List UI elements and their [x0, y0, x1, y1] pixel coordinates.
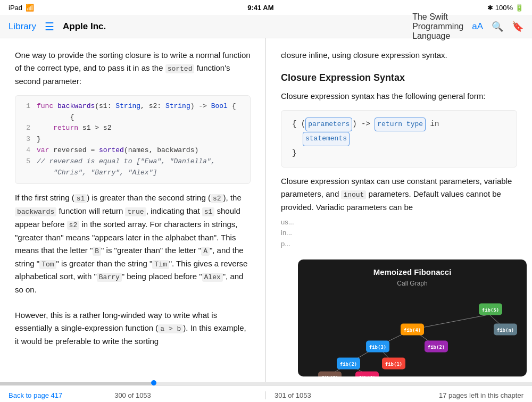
syntax-box: { (parameters) -> return type in stateme… [281, 110, 517, 168]
code-line-3: 3 } [23, 134, 243, 145]
nav-left: Library ☰ Apple Inc. [9, 20, 115, 33]
sorted-code: sorted [165, 64, 195, 73]
nav-right: The Swift Programming Language aA 🔍 🔖 [417, 12, 523, 41]
page-number-left: 300 of 1053 [114, 391, 151, 399]
intro-paragraph: One way to provide the sorting closure i… [15, 49, 251, 88]
nav-bar: Library ☰ Apple Inc. The Swift Programmi… [0, 15, 532, 38]
syntax-line-2: statements [292, 131, 506, 146]
bottom-bar: Back to page 417 300 of 1053 301 of 1053… [0, 385, 532, 402]
syntax-line-3: } [292, 146, 506, 161]
code-line-blank: { [23, 112, 243, 123]
status-right: ✱ 100% 🔋 [487, 4, 523, 12]
video-title: Memoized Fibonacci [373, 266, 452, 279]
svg-text:fib(1): fib(1) [385, 362, 403, 367]
bookmark-icon[interactable]: 🔖 [512, 21, 523, 32]
video-title-area: Memoized Fibonacci Call Graph [373, 259, 452, 291]
paragraph-4-truncated: us...in...p... [281, 217, 517, 250]
paragraph-1: If the first string (s1) is greater than… [15, 191, 251, 296]
code-line-1: 1 func backwards(s1: String, s2: String)… [23, 101, 243, 112]
svg-text:fib(2): fib(2) [340, 362, 358, 367]
left-book-title: Apple Inc. [63, 21, 106, 32]
bottom-left: Back to page 417 300 of 1053 [0, 391, 266, 399]
section-heading: Closure Expression Syntax [281, 70, 517, 86]
code-line-2: 2 return s1 > s2 [23, 123, 243, 134]
font-icon[interactable]: aA [472, 21, 483, 32]
progress-bar-container[interactable] [0, 382, 532, 385]
content-area: One way to provide the sorting closure i… [0, 38, 532, 382]
section-intro: Closure expression syntax has the follow… [281, 90, 517, 103]
status-left: iPad 📶 [9, 4, 34, 12]
right-intro: closure inline, using closure expression… [281, 49, 517, 62]
paragraph-2: However, this is a rather long-winded wa… [15, 309, 251, 348]
svg-text:fib(4): fib(4) [404, 328, 421, 333]
page-number-right: 301 of 1053 [275, 391, 311, 399]
search-icon[interactable]: 🔍 [492, 21, 503, 32]
return-type-badge: return type [375, 118, 426, 132]
list-icon[interactable]: ☰ [45, 20, 54, 33]
svg-text:fib(5): fib(5) [482, 307, 500, 313]
right-book-title: The Swift Programming Language [412, 12, 463, 41]
page-left: One way to provide the sorting closure i… [0, 38, 266, 382]
chapter-pages-left: 17 pages left in this chapter [439, 391, 523, 399]
video-subtitle: Call Graph [373, 279, 452, 289]
wifi-icon: 📶 [26, 4, 34, 12]
time-display: 9:41 AM [247, 4, 273, 12]
syntax-line-1: { (parameters) -> return type in [292, 117, 506, 132]
svg-text:fib(0): fib(0) [359, 375, 376, 376]
video-canvas: fib(5) fib(4) fib(n) fib(3) fib(2) fib(2… [298, 291, 527, 376]
code-line-4: 4 var reversed = sorted(names, backwards… [23, 145, 243, 156]
call-graph-svg: fib(5) fib(4) fib(n) fib(3) fib(2) fib(2… [298, 291, 527, 376]
code-line-5b: "Chris", "Barry", "Alex"] [23, 168, 243, 179]
paragraph-3: Closure expression syntax can use consta… [281, 175, 517, 214]
statements-badge: statements [303, 132, 350, 146]
battery-label: 100% [495, 4, 513, 12]
svg-text:fib(2): fib(2) [428, 345, 445, 350]
video-overlay[interactable]: Memoized Fibonacci Call Graph fib(5) [298, 259, 527, 376]
back-to-page-link[interactable]: Back to page 417 [9, 391, 62, 399]
page-right: closure inline, using closure expression… [266, 38, 532, 382]
svg-text:fib(1): fib(1) [321, 375, 339, 376]
svg-text:fib(3): fib(3) [369, 345, 387, 350]
device-label: iPad [9, 4, 22, 12]
bluetooth-icon: ✱ [487, 4, 493, 12]
progress-fill [0, 382, 151, 385]
parameters-badge: parameters [305, 118, 352, 132]
library-link[interactable]: Library [9, 21, 36, 32]
bottom-right: 301 of 1053 17 pages left in this chapte… [266, 391, 532, 399]
svg-text:fib(n): fib(n) [497, 328, 514, 333]
code-block: 1 func backwards(s1: String, s2: String)… [15, 95, 251, 185]
progress-thumb[interactable] [151, 380, 156, 386]
battery-icon: 🔋 [515, 4, 523, 12]
code-line-5: 5 // reversed is equal to ["Ewa", "Danie… [23, 156, 243, 168]
